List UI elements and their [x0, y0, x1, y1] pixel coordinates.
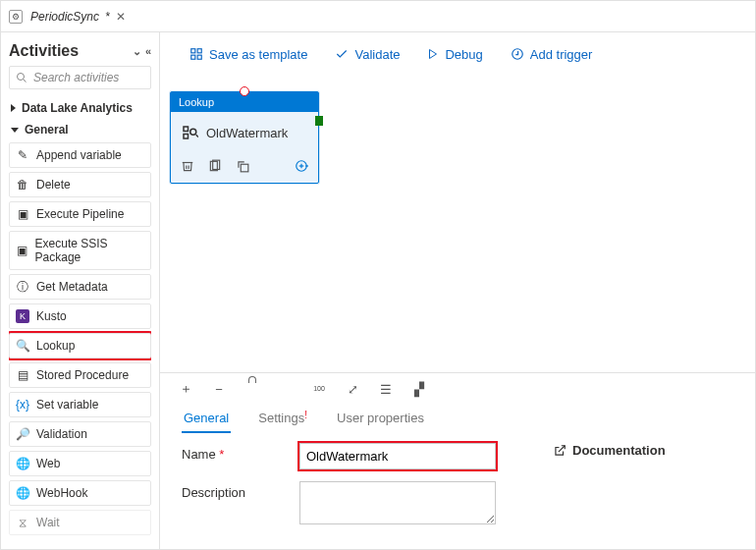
- checkmark-icon: [335, 47, 349, 61]
- canvas-node-lookup[interactable]: Lookup OldWatermark: [170, 91, 319, 184]
- kusto-icon: K: [16, 309, 29, 323]
- properties-panel: ＋ − 100 ⤢ ☰ ▞ General Settings! User pro…: [160, 372, 755, 549]
- node-output-handle[interactable]: [315, 116, 323, 126]
- zoom-100-icon[interactable]: 100: [311, 381, 327, 397]
- name-field[interactable]: [299, 443, 496, 469]
- activity-webhook[interactable]: 🌐WebHook: [9, 480, 151, 506]
- web-icon: 🌐: [16, 457, 29, 470]
- copy-icon[interactable]: [236, 159, 249, 173]
- plus-icon[interactable]: ＋: [178, 381, 193, 397]
- tab-settings[interactable]: Settings!: [256, 405, 309, 433]
- ssis-icon: ▣: [16, 244, 28, 257]
- append-variable-icon: ✎: [16, 148, 29, 162]
- tab-dirty-indicator: *: [105, 10, 110, 24]
- validate-button[interactable]: Validate: [335, 47, 400, 62]
- lookup-icon: 🔍: [16, 339, 29, 353]
- activity-kusto[interactable]: KKusto: [9, 303, 151, 329]
- svg-marker-6: [430, 50, 437, 59]
- align-icon[interactable]: ▞: [411, 381, 427, 397]
- svg-point-0: [18, 74, 25, 81]
- svg-rect-4: [191, 55, 195, 59]
- canvas-tool-row: ＋ − 100 ⤢ ☰ ▞: [160, 373, 755, 401]
- pipeline-toolbar: Save as template Validate Debug Add trig…: [160, 32, 755, 76]
- trash-icon[interactable]: [181, 159, 194, 173]
- save-template-icon: [189, 47, 203, 61]
- sidebar-group-general[interactable]: General: [9, 119, 151, 140]
- close-icon[interactable]: ✕: [116, 10, 126, 24]
- activity-delete[interactable]: 🗑Delete: [9, 172, 151, 197]
- activity-set-variable[interactable]: {x}Set variable: [9, 392, 151, 417]
- webhook-icon: 🌐: [16, 486, 29, 500]
- svg-line-1: [24, 80, 27, 82]
- activity-web[interactable]: 🌐Web: [9, 451, 151, 476]
- pipeline-icon: ⚙: [9, 10, 23, 24]
- save-as-template-button[interactable]: Save as template: [189, 47, 307, 62]
- activity-wait[interactable]: ⧖Wait: [9, 510, 151, 535]
- sidebar-title: Activities: [9, 42, 79, 60]
- lock-icon[interactable]: [244, 381, 260, 397]
- editor-tab[interactable]: PeriodicSync * ✕: [27, 10, 130, 24]
- node-input-handle[interactable]: [240, 86, 249, 96]
- add-trigger-button[interactable]: Add trigger: [511, 47, 593, 62]
- svg-rect-3: [197, 49, 201, 53]
- svg-rect-2: [191, 49, 195, 53]
- collapse-chevron-icon[interactable]: «: [145, 45, 151, 58]
- lookup-icon: [181, 124, 198, 141]
- name-label: Name *: [182, 443, 299, 462]
- tab-title: PeriodicSync: [30, 10, 99, 24]
- svg-line-17: [559, 445, 565, 451]
- pipeline-run-icon: ▣: [16, 207, 29, 221]
- debug-button[interactable]: Debug: [427, 47, 482, 62]
- activity-execute-ssis[interactable]: ▣Execute SSIS Package: [9, 231, 151, 270]
- set-variable-icon: {x}: [16, 398, 29, 412]
- documentation-link[interactable]: Documentation: [553, 443, 733, 458]
- main-panel: Save as template Validate Debug Add trig…: [160, 32, 755, 549]
- play-icon: [427, 48, 439, 60]
- metadata-icon: ⓘ: [16, 280, 29, 294]
- sidebar-group-data-lake[interactable]: Data Lake Analytics: [9, 97, 151, 119]
- chevron-right-icon: [11, 104, 16, 112]
- svg-rect-5: [197, 55, 201, 59]
- add-output-icon[interactable]: [295, 159, 308, 173]
- svg-point-8: [190, 129, 196, 135]
- tab-user-properties[interactable]: User properties: [335, 405, 426, 433]
- pipeline-canvas[interactable]: Lookup OldWatermark: [160, 76, 755, 372]
- layout-icon[interactable]: ☰: [378, 381, 394, 397]
- node-title: OldWatermark: [206, 126, 288, 140]
- chevron-down-icon: [11, 128, 19, 133]
- description-label: Description: [182, 481, 299, 500]
- settings-dirty-indicator: !: [304, 410, 307, 420]
- activity-stored-procedure[interactable]: ▤Stored Procedure: [9, 362, 151, 388]
- trigger-icon: [511, 47, 524, 61]
- activity-validation[interactable]: 🔎Validation: [9, 421, 151, 447]
- minus-icon[interactable]: −: [211, 381, 227, 397]
- search-placeholder: Search activities: [33, 71, 119, 84]
- expand-icon[interactable]: ⤢: [345, 381, 360, 397]
- search-input[interactable]: Search activities: [9, 66, 151, 89]
- search-icon: [16, 72, 27, 83]
- fit-icon[interactable]: [278, 381, 294, 397]
- svg-rect-12: [241, 164, 248, 172]
- activity-get-metadata[interactable]: ⓘGet Metadata: [9, 274, 151, 300]
- activity-append-variable[interactable]: ✎Append variable: [9, 142, 151, 168]
- clone-icon[interactable]: [208, 159, 222, 173]
- svg-line-9: [196, 135, 198, 137]
- activity-execute-pipeline[interactable]: ▣Execute Pipeline: [9, 201, 151, 227]
- expand-chevron-icon[interactable]: ⌄: [133, 45, 141, 58]
- tab-general[interactable]: General: [182, 405, 231, 433]
- validation-icon: 🔎: [16, 427, 29, 441]
- editor-tab-bar: ⚙ PeriodicSync * ✕: [1, 1, 755, 32]
- activity-lookup[interactable]: 🔍Lookup: [9, 333, 151, 358]
- external-link-icon: [553, 444, 567, 458]
- trash-icon: 🗑: [16, 178, 29, 192]
- wait-icon: ⧖: [16, 516, 29, 529]
- activities-sidebar: Activities ⌄ « Search activities Data La…: [1, 32, 160, 549]
- stored-procedure-icon: ▤: [16, 368, 29, 382]
- description-field[interactable]: [299, 481, 496, 524]
